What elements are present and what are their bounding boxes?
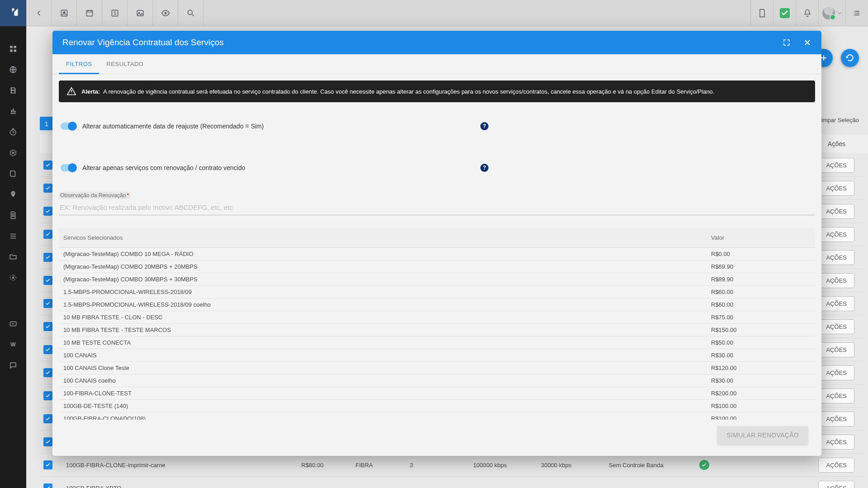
tab-resultado[interactable]: RESULTADO — [99, 54, 151, 74]
th-servicos: Servicos Selecionados — [63, 234, 711, 241]
service-name: 10 MB FIBRA TESTE - TESTE MARCOS — [63, 327, 711, 333]
service-value: R$150.00 — [711, 327, 811, 333]
service-name: 10 MB FIBRA TESTE - CLON - DESC — [63, 314, 711, 321]
toggle-auto-reajuste-label: Alterar automaticamente data de reajuste… — [82, 123, 264, 130]
toggle-contrato-vencido-label: Alterar apenas serviços com renovação / … — [82, 164, 245, 171]
close-icon[interactable] — [803, 38, 811, 47]
required-mark: * — [127, 192, 129, 199]
service-value: R$89.90 — [711, 276, 811, 283]
service-value: R$30.00 — [711, 352, 811, 359]
observacao-label: Observação da Renovação* — [59, 192, 130, 199]
service-row: 1.5-MBPS-PROMOCIONAL-WIRELESS-2018/09R$6… — [59, 286, 815, 298]
alert-body: A renovação de vigência contratual será … — [103, 88, 714, 95]
service-name: (Migracao-TesteMap) COMBO 30MBPS + 30MBP… — [63, 276, 711, 283]
service-row: 10 MB TESTE CONECTAR$50.00 — [59, 336, 815, 349]
service-name: 100 CANAIS Clone Teste — [63, 365, 711, 371]
service-row: (Migracao-TesteMap) COMBO 30MBPS + 30MBP… — [59, 273, 815, 286]
service-row: (Migracao-TesteMap) COMBO 20MBPS + 20MBP… — [59, 261, 815, 273]
toggle-row-1: Alterar automaticamente data de reajuste… — [59, 121, 489, 131]
service-row: 100GB-DE-TESTE (140)R$100.00 — [59, 400, 815, 412]
service-value: R$60.00 — [711, 289, 811, 295]
service-row: 100GB-FIBRA-CLONADO(108)R$100.00 — [59, 412, 815, 420]
service-value: R$50.00 — [711, 339, 811, 346]
service-row: 10 MB FIBRA TESTE - TESTE MARCOSR$150.00 — [59, 324, 815, 336]
service-name: 100 CANAIS coelho — [63, 377, 711, 384]
modal-title: Renovar Vigência Contratual dos Serviços — [62, 38, 224, 47]
service-value: R$120.00 — [711, 365, 811, 371]
service-row: 100 CANAISR$30.00 — [59, 349, 815, 362]
service-name: (Migracao-TesteMap) COMBO 10 MEGA - RÁDI… — [63, 251, 711, 257]
service-row: 100-FIBRA-CLONE-TESTR$200.00 — [59, 387, 815, 400]
alert-text: Alerta: A renovação de vigência contratu… — [81, 88, 714, 95]
toggle-auto-reajuste[interactable] — [61, 123, 76, 130]
toggle-row-2: Alterar apenas serviços com renovação / … — [59, 163, 489, 173]
expand-icon[interactable] — [783, 38, 791, 47]
service-row: 100 CANAIS Clone TesteR$120.00 — [59, 362, 815, 374]
service-value: R$69.90 — [711, 263, 811, 270]
service-name: 100 CANAIS — [63, 352, 711, 359]
service-name: 1.5-MBPS-PROMOCIONAL-WIRELESS-2018/09 — [63, 289, 711, 295]
service-value: R$0.00 — [711, 251, 811, 257]
services-table-head: Servicos Selecionados Valor — [59, 228, 815, 248]
modal-body: Alerta: A renovação de vigência contratu… — [52, 74, 821, 456]
service-value: R$75.00 — [711, 314, 811, 321]
alert-banner: Alerta: A renovação de vigência contratu… — [59, 81, 815, 102]
service-row: 1.5-MBPS-PROMOCIONAL-WIRELESS-2018/09 co… — [59, 298, 815, 311]
service-name: 100GB-FIBRA-CLONADO(108) — [63, 415, 711, 420]
help-icon-2[interactable]: ? — [480, 164, 489, 172]
observacao-block: Observação da Renovação* — [59, 191, 815, 215]
tab-filtros[interactable]: FILTROS — [59, 54, 99, 74]
service-value: R$60.00 — [711, 301, 811, 308]
warning-icon — [67, 87, 76, 96]
renovar-modal: Renovar Vigência Contratual dos Serviços… — [52, 31, 821, 456]
service-row: 10 MB FIBRA TESTE - CLON - DESCR$75.00 — [59, 311, 815, 324]
service-name: 1.5-MBPS-PROMOCIONAL-WIRELESS-2018/09 co… — [63, 301, 711, 308]
services-table: Servicos Selecionados Valor (Migracao-Te… — [59, 228, 815, 420]
service-row: (Migracao-TesteMap) COMBO 10 MEGA - RÁDI… — [59, 248, 815, 261]
service-name: (Migracao-TesteMap) COMBO 20MBPS + 20MBP… — [63, 263, 711, 270]
service-value: R$100.00 — [711, 415, 811, 420]
service-name: 100-FIBRA-CLONE-TEST — [63, 390, 711, 397]
help-icon-1[interactable]: ? — [480, 122, 489, 130]
th-valor: Valor — [711, 234, 811, 241]
toggle-contrato-vencido[interactable] — [61, 164, 76, 171]
modal-tabs: FILTROS RESULTADO — [52, 54, 821, 74]
service-value: R$30.00 — [711, 377, 811, 384]
observacao-input[interactable] — [59, 200, 815, 215]
service-value: R$200.00 — [711, 390, 811, 397]
alert-prefix: Alerta: — [81, 88, 100, 95]
service-name: 10 MB TESTE CONECTA — [63, 339, 711, 346]
service-row: 100 CANAIS coelhoR$30.00 — [59, 374, 815, 387]
services-table-body: (Migracao-TesteMap) COMBO 10 MEGA - RÁDI… — [59, 248, 815, 420]
simular-renovacao-button[interactable]: SIMULAR RENOVAÇÃO — [717, 426, 808, 444]
service-name: 100GB-DE-TESTE (140) — [63, 403, 711, 409]
modal-header: Renovar Vigência Contratual dos Serviços — [52, 31, 821, 54]
service-value: R$100.00 — [711, 403, 811, 409]
modal-footer: SIMULAR RENOVAÇÃO — [59, 420, 815, 450]
